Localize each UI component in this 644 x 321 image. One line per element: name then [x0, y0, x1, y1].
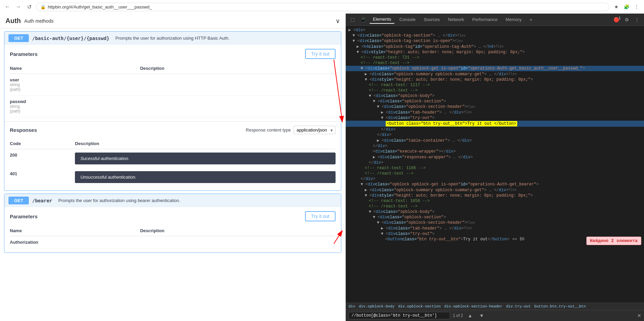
close-search-button[interactable]: ✕: [637, 313, 641, 318]
forward-button[interactable]: →: [14, 3, 22, 11]
tree-node[interactable]: <!-- /react-text -->: [346, 171, 644, 176]
tree-node[interactable]: ▶<div class="responses-wrapper"> … </div…: [346, 154, 644, 160]
browser-toolbar: ← → ↺ 🔒 httpbin.org/#/Auth/get_basic_aut…: [0, 0, 644, 14]
tree-node[interactable]: ▼<div class="opblock-section">: [346, 99, 644, 104]
extensions-button[interactable]: 🧩: [622, 3, 630, 11]
breadcrumb-item[interactable]: div.opblock-body: [359, 304, 395, 308]
tab-console[interactable]: Console: [396, 16, 419, 23]
tree-node[interactable]: ▼<div class="opblock-body">: [346, 209, 644, 215]
more-options-button[interactable]: ⋮: [632, 16, 641, 24]
tree-node[interactable]: ▼<div style="height: auto; border: none;…: [346, 49, 644, 55]
tree-node[interactable]: ▶<div class="table-container"> … </div>: [346, 138, 644, 143]
reload-button[interactable]: ↺: [25, 3, 33, 11]
method-badge-2: GET: [8, 197, 29, 204]
back-button[interactable]: ←: [3, 3, 12, 11]
try-it-out-button-1[interactable]: Try it out: [305, 49, 336, 59]
more-tabs-button[interactable]: »: [526, 16, 536, 23]
search-next-button[interactable]: ▼: [477, 312, 486, 320]
tab-memory[interactable]: Memory: [502, 16, 525, 23]
tree-node[interactable]: <!-- react-text: 1058 -->: [346, 198, 644, 204]
params-title-1: Parameters: [10, 51, 38, 57]
breadcrumb-item[interactable]: div: [348, 304, 355, 308]
notif-button[interactable]: 🔴1: [611, 16, 621, 24]
search-result-text: 1 of 2: [453, 313, 463, 318]
tree-node[interactable]: <button class="btn try-out__btn">Try it …: [346, 237, 644, 242]
breadcrumb-item[interactable]: div.opblock-section: [398, 304, 441, 308]
response-desc-200: Sucessful authentication.: [75, 153, 336, 164]
browser-actions: ★ 🧩 ⋮: [612, 3, 641, 11]
tab-network[interactable]: Network: [445, 16, 468, 23]
endpoint-header-1[interactable]: GET /basic-auth/{user}/{passwd} Prompts …: [4, 32, 341, 45]
menu-button[interactable]: ⋮: [632, 3, 641, 11]
params-section-2: Parameters Try it out Name Description A…: [4, 207, 341, 253]
elements-tree[interactable]: ▶<div> ▼<div class="opblock-tag-section"…: [346, 26, 644, 303]
tree-node[interactable]: ▼<div class="opblock-section">: [346, 215, 644, 220]
tree-node[interactable]: ▼<div style="height: auto; border: none;…: [346, 77, 644, 82]
tree-node[interactable]: ▶<div class="tab-header"> … </div> flex: [346, 109, 644, 115]
bookmarks-button[interactable]: ★: [612, 3, 620, 11]
tree-node[interactable]: ▶<div>: [346, 27, 644, 33]
name-col-header-1: Name: [10, 63, 140, 74]
try-it-out-button-2[interactable]: Try it out: [305, 211, 336, 221]
tree-node[interactable]: ▼<div class="opblock-section-header"> fl…: [346, 104, 644, 109]
tree-node[interactable]: ▼<div class="opblock-tag-section is-open…: [346, 38, 644, 44]
tree-node[interactable]: ▼<div style="height: auto; border: none;…: [346, 193, 644, 198]
endpoint-path-1: /basic-auth/{user}/{passwd}: [32, 36, 109, 41]
tree-node[interactable]: </div>: [346, 132, 644, 138]
param-name: passwd: [10, 99, 140, 104]
desc-col-header-2: Description: [140, 225, 336, 236]
param-type: string: [10, 104, 140, 109]
tree-node[interactable]: ▼<div class="opblock-section-header"> fl…: [346, 220, 644, 225]
tree-node[interactable]: <!-- react-text: 1117 -->: [346, 82, 644, 88]
devtools-toolbar: ⬚ 📱 Elements Console Sources Network Per…: [346, 14, 644, 26]
tree-node[interactable]: <div class="execute-wrapper"></div>: [346, 149, 644, 154]
search-prev-button[interactable]: ▲: [466, 312, 475, 320]
tree-node[interactable]: ▼<div class="opblock opblock-get is-open…: [346, 182, 644, 187]
table-row: 401 Unsuccessful authentication.: [10, 168, 336, 186]
tree-node[interactable]: ▼<div class="try-out">: [346, 231, 644, 237]
tree-node[interactable]: </div>: [346, 176, 644, 182]
breadcrumb-item[interactable]: div.try-out: [506, 304, 531, 308]
collapse-button[interactable]: ∨: [336, 17, 340, 25]
device-icon[interactable]: 📱: [358, 16, 368, 24]
tree-node[interactable]: ▼<div class="opblock-body">: [346, 93, 644, 99]
resp-desc-col-header: Description: [75, 138, 336, 149]
param-location: (path): [10, 109, 140, 114]
search-input[interactable]: [348, 312, 450, 319]
tree-node[interactable]: ▶<div class="tab-header"> … </div> flex: [346, 225, 644, 231]
tree-node[interactable]: ▶<div class="opblock-summary opblock-sum…: [346, 71, 644, 77]
param-name: user: [10, 77, 140, 82]
tree-node[interactable]: </div>: [346, 127, 644, 132]
tab-sources[interactable]: Sources: [420, 16, 443, 23]
params-section-1: Parameters Try it out Name Description u…: [4, 45, 341, 121]
settings-button[interactable]: ⚙: [623, 16, 631, 24]
tree-node[interactable]: <!-- react-text: 1186 -->: [346, 165, 644, 171]
breadcrumb-item[interactable]: div.opblock-section-header: [444, 304, 503, 308]
tree-node[interactable]: </div>: [346, 160, 644, 165]
tree-node-highlight[interactable]: ▼<div class="opblock opblock-get is-open…: [346, 66, 644, 71]
breadcrumb-bar: div div.opblock-body div.opblock-section…: [346, 303, 644, 310]
inspect-icon[interactable]: ⬚: [348, 16, 357, 24]
address-bar[interactable]: 🔒 httpbin.org/#/Auth/get_basic_auth__use…: [36, 3, 609, 11]
devtools-panel: ⬚ 📱 Elements Console Sources Network Per…: [346, 14, 644, 321]
params-title-2: Parameters: [10, 214, 38, 219]
tree-node[interactable]: <!-- /react-text -->: [346, 204, 644, 209]
content-type-select[interactable]: application/json: [294, 126, 336, 134]
tree-node[interactable]: <!-- /react-text -->: [346, 60, 644, 66]
tree-node[interactable]: ▼<div class="try-out">: [346, 115, 644, 121]
tree-node[interactable]: ▼<div class="opblock-tag-section"> … </d…: [346, 33, 644, 38]
tree-node[interactable]: ▶<div class="opblock-summary opblock-sum…: [346, 187, 644, 193]
auth-section-header: Auth Auth methods ∨: [0, 14, 345, 28]
tree-node[interactable]: </div>: [346, 143, 644, 149]
tab-performance[interactable]: Performance: [469, 16, 501, 23]
tree-node[interactable]: <!-- react-text: 721 -->: [346, 55, 644, 60]
endpoint-block-2: GET /bearer Prompts the user for authori…: [4, 194, 341, 253]
tab-elements[interactable]: Elements: [369, 15, 395, 24]
address-text: httpbin.org/#/Auth/get_basic_auth__user_…: [48, 4, 152, 9]
tree-node[interactable]: <!-- /react-text -->: [346, 88, 644, 93]
endpoint-header-2[interactable]: GET /bearer Prompts the user for authori…: [4, 194, 341, 207]
tree-node[interactable]: ▶<h4 class="opblock-tag" id="operations-…: [346, 44, 644, 49]
tree-node-button-1[interactable]: <button class="btn try-out__btn">Try it …: [346, 121, 644, 127]
breadcrumb-item[interactable]: button.btn.try-out__btn: [534, 304, 586, 308]
param-location: (path): [10, 87, 140, 92]
